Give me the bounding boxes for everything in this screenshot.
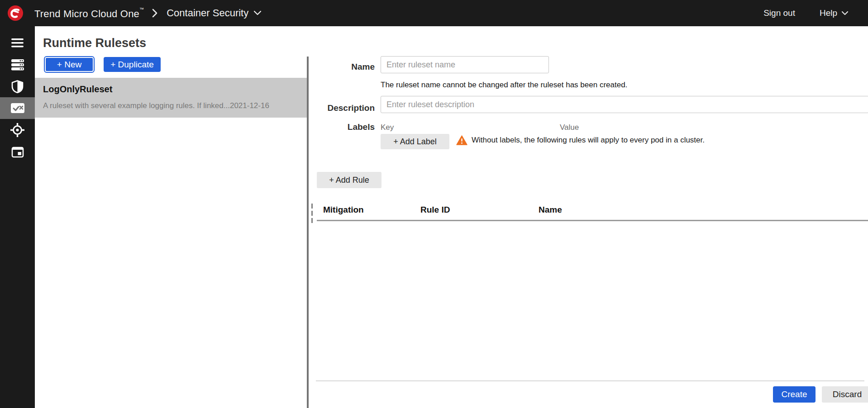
shield-icon — [11, 80, 24, 93]
description-field-label: Description — [308, 103, 375, 113]
footer-divider — [316, 380, 864, 381]
sidebar-item-events[interactable] — [0, 141, 35, 162]
labels-warning: Without labels, the following rules will… — [456, 135, 705, 145]
brand-title[interactable]: Trend Micro Cloud One™ — [34, 7, 144, 20]
labels-value-header: Value — [560, 123, 579, 132]
chevron-down-icon — [254, 11, 261, 15]
new-button[interactable]: + New — [45, 57, 94, 72]
top-bar: Trend Micro Cloud One™ Container Securit… — [0, 0, 868, 26]
product-name: Container Security — [167, 7, 248, 19]
sidebar-item-runtime-rulesets[interactable] — [0, 97, 35, 119]
sidebar-item-menu[interactable] — [0, 32, 35, 54]
sidebar-nav — [0, 26, 35, 408]
labels-key-header: Key — [381, 123, 394, 132]
ruleset-date: 2021-12-16 — [230, 101, 269, 110]
column-header-name[interactable]: Name — [539, 205, 562, 215]
column-header-rule-id[interactable]: Rule ID — [420, 205, 450, 215]
ruleset-subline: A ruleset with several example logging r… — [43, 101, 300, 110]
servers-icon — [11, 59, 24, 71]
target-icon — [10, 123, 24, 137]
ruleset-list-panel: Runtime Rulesets + New + Duplicate LogOn… — [35, 26, 307, 408]
discard-button[interactable]: Discard — [822, 386, 868, 403]
menu-icon — [11, 38, 24, 47]
ruleset-toolbar: + New + Duplicate — [45, 57, 161, 72]
labels-field-label: Labels — [308, 122, 375, 132]
ruleset-list-item[interactable]: LogOnlyRuleset A ruleset with several ex… — [35, 78, 307, 118]
help-menu[interactable]: Help — [820, 8, 848, 18]
warning-icon — [456, 135, 467, 145]
page-title: Runtime Rulesets — [43, 36, 146, 50]
sign-out-link[interactable]: Sign out — [763, 8, 795, 18]
rules-table-header: Mitigation Rule ID Name — [317, 205, 868, 220]
ruleset-folder-icon — [11, 103, 24, 113]
name-help-text: The ruleset name cannot be changed after… — [381, 81, 627, 90]
name-field-label: Name — [308, 62, 375, 72]
add-label-button[interactable]: + Add Label — [381, 134, 449, 149]
duplicate-button[interactable]: + Duplicate — [104, 57, 161, 72]
ruleset-name-input[interactable] — [381, 56, 549, 73]
table-header-divider — [317, 220, 868, 221]
sidebar-item-clusters[interactable] — [0, 54, 35, 76]
sidebar-item-scanners[interactable] — [0, 119, 35, 141]
ruleset-name: LogOnlyRuleset — [43, 84, 112, 95]
help-label: Help — [820, 8, 837, 18]
sidebar-item-policies[interactable] — [0, 76, 35, 97]
column-header-mitigation[interactable]: Mitigation — [323, 205, 364, 215]
trademark-symbol: ™ — [139, 7, 144, 12]
ruleset-description-input[interactable] — [381, 96, 868, 113]
ruleset-description: A ruleset with several example logging r… — [43, 101, 230, 110]
trend-micro-logo-icon — [7, 5, 24, 21]
calendar-icon — [11, 146, 24, 158]
ruleset-editor-panel: Name The ruleset name cannot be changed … — [308, 26, 868, 408]
chevron-down-icon — [842, 11, 848, 15]
product-switcher[interactable]: Container Security — [167, 7, 261, 19]
breadcrumb-chevron-icon — [152, 9, 157, 18]
create-button[interactable]: Create — [773, 386, 816, 403]
add-rule-button[interactable]: + Add Rule — [317, 172, 382, 188]
labels-warning-text: Without labels, the following rules will… — [472, 136, 705, 145]
